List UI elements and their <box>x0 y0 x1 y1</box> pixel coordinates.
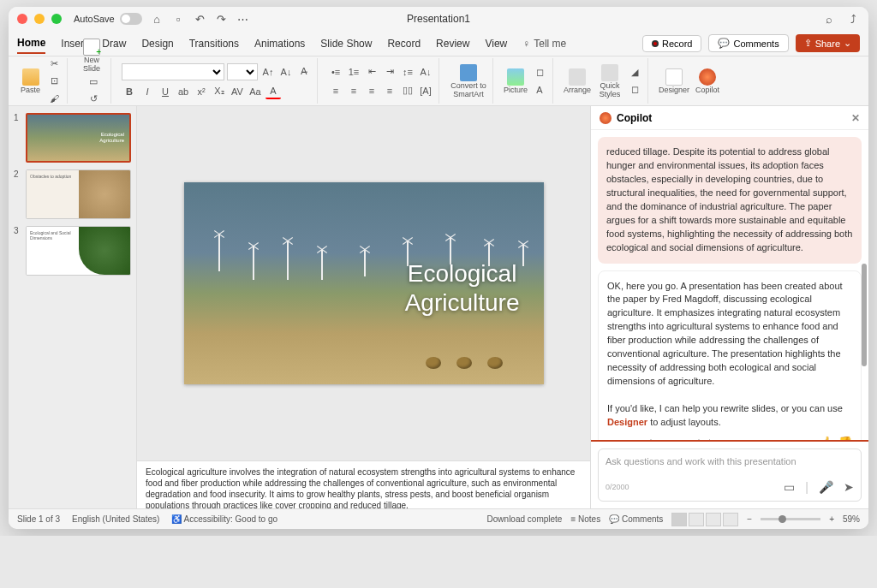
bold-icon[interactable]: B <box>122 84 137 99</box>
share-menu-icon[interactable]: ⤴ <box>847 13 860 26</box>
cut-icon[interactable]: ✂ <box>46 56 62 72</box>
tab-animations[interactable]: Animations <box>254 34 305 53</box>
slide-counter[interactable]: Slide 1 of 3 <box>17 514 60 524</box>
send-icon[interactable]: ➤ <box>844 480 854 494</box>
tab-review[interactable]: Review <box>436 34 469 53</box>
text-direction-icon[interactable]: A↓ <box>418 64 433 80</box>
notes-toggle[interactable]: ≡ Notes <box>570 514 600 524</box>
tab-record[interactable]: Record <box>387 34 421 53</box>
mic-icon[interactable]: 🎤 <box>819 480 833 494</box>
zoom-level[interactable]: 59% <box>843 514 860 524</box>
line-spacing-icon[interactable]: ↕≡ <box>400 64 415 80</box>
new-slide-icon[interactable]: + <box>83 39 100 56</box>
highlight2-icon[interactable]: Aa <box>248 84 263 99</box>
shape-fill-icon[interactable]: ◢ <box>627 65 642 80</box>
tab-slideshow[interactable]: Slide Show <box>320 34 372 53</box>
save-icon[interactable]: ▫ <box>172 13 185 26</box>
tab-home[interactable]: Home <box>17 33 45 54</box>
case-icon[interactable]: X₂ <box>212 84 227 99</box>
toggle-switch[interactable] <box>120 13 142 25</box>
tab-draw[interactable]: Draw <box>102 34 126 53</box>
textbox-icon[interactable]: A <box>532 82 547 98</box>
font-size-select[interactable] <box>227 63 258 80</box>
highlight-icon[interactable]: AV <box>230 84 245 99</box>
font-family-select[interactable] <box>122 63 224 80</box>
arrange-icon[interactable] <box>569 68 586 86</box>
reading-view-icon[interactable] <box>706 513 721 526</box>
indent-inc-icon[interactable]: ⇥ <box>382 64 397 80</box>
slide-title[interactable]: Ecological Agriculture <box>405 259 520 317</box>
close-icon[interactable] <box>17 14 27 24</box>
share-button[interactable]: ⇪Share⌄ <box>796 34 860 52</box>
normal-view-icon[interactable] <box>671 513 687 526</box>
align-center-icon[interactable]: ≡ <box>346 83 361 98</box>
italic-icon[interactable]: I <box>140 84 155 99</box>
maximize-icon[interactable] <box>51 14 62 24</box>
bullets-icon[interactable]: •≡ <box>328 64 343 80</box>
grow-font-icon[interactable]: A↑ <box>260 64 276 80</box>
paste-icon[interactable] <box>22 68 39 86</box>
autosave-toggle[interactable]: AutoSave <box>74 13 142 25</box>
copilot-input[interactable]: Ask questions and work with this present… <box>598 448 862 502</box>
smartart-icon[interactable] <box>460 64 477 81</box>
zoom-in-icon[interactable]: + <box>829 514 834 524</box>
thumbnail-1[interactable]: 1 EcologicalAgriculture <box>14 113 131 163</box>
home-icon[interactable]: ⌂ <box>151 13 164 26</box>
tellme-search[interactable]: ♀Tell me <box>522 38 566 50</box>
slide-canvas-area[interactable]: Ecological Agriculture <box>137 106 590 460</box>
shrink-font-icon[interactable]: A↓ <box>278 64 294 80</box>
align-right-icon[interactable]: ≡ <box>364 83 379 98</box>
thumbnail-3[interactable]: 3 Ecological and Social Dimensions <box>14 226 131 276</box>
search-icon[interactable]: ⌕ <box>822 13 835 26</box>
columns-icon[interactable]: ▯▯ <box>400 83 415 98</box>
more-icon[interactable]: ⋯ <box>236 13 249 26</box>
language-status[interactable]: English (United States) <box>72 514 159 524</box>
app-window: AutoSave ⌂ ▫ ↶ ↷ ⋯ Presentation1 ⌕ ⤴ Hom… <box>9 7 868 529</box>
undo-icon[interactable]: ↶ <box>194 13 206 26</box>
designer-icon[interactable] <box>665 68 683 86</box>
comments-toggle[interactable]: 💬 Comments <box>609 514 663 524</box>
record-button[interactable]: Record <box>642 35 701 52</box>
underline-icon[interactable]: U <box>158 84 173 99</box>
current-slide[interactable]: Ecological Agriculture <box>184 182 544 384</box>
quickstyles-icon[interactable] <box>601 64 618 81</box>
shapes-icon[interactable]: ◻ <box>532 65 547 80</box>
close-icon[interactable]: ✕ <box>851 112 860 124</box>
justify-icon[interactable]: ≡ <box>382 83 397 98</box>
format-painter-icon[interactable]: 🖌 <box>46 91 62 106</box>
zoom-out-icon[interactable]: − <box>747 514 752 524</box>
align-left-icon[interactable]: ≡ <box>328 83 343 98</box>
reset-icon[interactable]: ↺ <box>86 92 101 107</box>
zoom-slider[interactable] <box>761 518 820 520</box>
paragraph-group: •≡ 1≡ ⇤ ⇥ ↕≡ A↓ ≡ ≡ ≡ ≡ ▯▯ [A] <box>323 58 439 104</box>
copilot-icon[interactable] <box>699 68 716 86</box>
indent-dec-icon[interactable]: ⇤ <box>364 64 379 80</box>
thumbnail-2[interactable]: 2 Obstacles to adoption <box>14 169 131 219</box>
designer-link[interactable]: Designer <box>607 417 647 427</box>
tab-transitions[interactable]: Transitions <box>189 34 239 53</box>
strike-icon[interactable]: ab <box>176 84 191 99</box>
tab-design[interactable]: Design <box>141 34 173 53</box>
minimize-icon[interactable] <box>34 14 45 24</box>
subscript-icon[interactable]: x² <box>194 84 209 99</box>
font-color-icon[interactable]: A <box>265 84 281 99</box>
numbering-icon[interactable]: 1≡ <box>346 64 361 80</box>
copilot-title: Copilot <box>617 112 652 124</box>
attach-icon[interactable]: ▭ <box>784 480 795 494</box>
comments-button[interactable]: 💬Comments <box>708 34 788 52</box>
align-text-icon[interactable]: [A] <box>418 83 433 98</box>
redo-icon[interactable]: ↷ <box>215 13 228 26</box>
slideshow-view-icon[interactable] <box>723 513 738 526</box>
tab-view[interactable]: View <box>485 34 507 53</box>
scrollbar[interactable] <box>862 264 867 366</box>
shape-outline-icon[interactable]: ◻ <box>627 82 642 98</box>
sorter-view-icon[interactable] <box>689 513 704 526</box>
accessibility-status[interactable]: ♿ Accessibility: Good to go <box>171 514 277 524</box>
clear-format-icon[interactable]: A̶ <box>296 64 312 80</box>
picture-icon[interactable] <box>507 68 524 86</box>
copy-icon[interactable]: ⊡ <box>46 74 62 89</box>
turbine-icon <box>364 249 366 276</box>
layout-icon[interactable]: ▭ <box>86 74 101 90</box>
notes-pane[interactable]: Ecological agriculture involves the inte… <box>137 460 590 508</box>
copilot-messages[interactable]: reduced tillage. Despite its potential t… <box>591 130 868 440</box>
